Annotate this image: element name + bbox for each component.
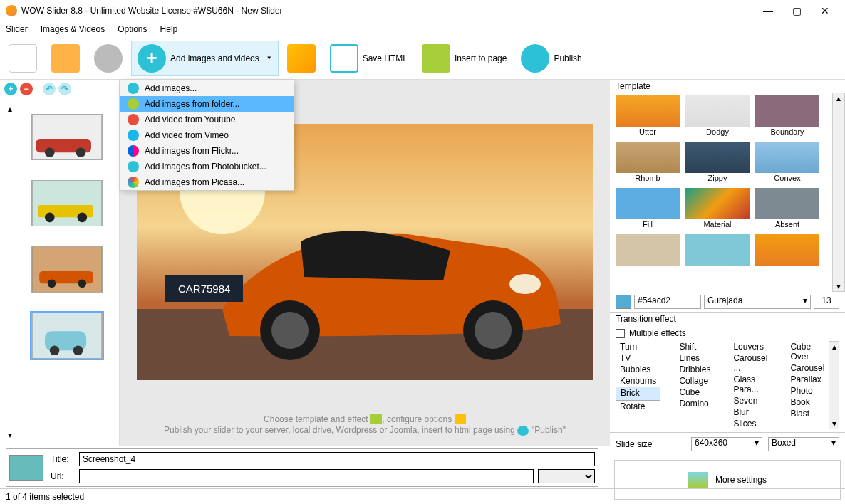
menu-item[interactable]: Add video from Youtube <box>120 112 294 127</box>
effect-item[interactable]: Brick <box>616 387 660 401</box>
font-select[interactable]: Gurajada ▾ <box>704 295 811 309</box>
sidebar-left: + − ↶ ↷ ▴▾ <box>0 80 120 446</box>
scroll-down-icon[interactable]: ▾ <box>8 430 12 440</box>
menu-item[interactable]: Add images from Flickr... <box>120 143 294 159</box>
list-item[interactable] <box>31 246 103 293</box>
effect-item[interactable]: Carousel <box>786 362 829 374</box>
maximize-button[interactable]: ▢ <box>782 5 811 16</box>
effects-grid: TurnTVBubblesKenburnsBrickRotate ShiftLi… <box>616 341 829 429</box>
template-scrollbar[interactable]: ▴▾ <box>832 93 845 292</box>
effect-item[interactable]: Turn <box>616 341 660 352</box>
menu-item[interactable]: Add video from Vimeo <box>120 127 294 143</box>
save-html-button[interactable]: Save HTML <box>324 41 413 75</box>
slide-thumb <box>9 455 43 481</box>
effect-item[interactable]: Cube <box>675 387 715 398</box>
open-button[interactable] <box>46 41 85 75</box>
template-item[interactable]: Boundary <box>755 95 819 136</box>
effect-item[interactable]: Glass Para... <box>729 374 772 395</box>
svg-point-7 <box>77 213 87 223</box>
remove-slide-icon[interactable]: − <box>20 83 33 95</box>
disk-button[interactable] <box>88 41 128 75</box>
svg-point-2 <box>44 148 54 158</box>
menu-options[interactable]: Options <box>118 24 147 34</box>
effect-item[interactable]: Photo <box>786 385 829 397</box>
preview-area: Add images... Add images from folder... … <box>120 80 610 446</box>
add-slide-icon[interactable]: + <box>4 83 17 95</box>
publish-button[interactable]: Publish <box>515 41 587 75</box>
menu-item[interactable]: Add images from Picasa... <box>120 174 294 190</box>
fontsize-input[interactable]: 13 <box>814 295 839 309</box>
new-button[interactable] <box>3 41 43 75</box>
close-button[interactable]: ✕ <box>811 5 839 16</box>
template-item[interactable]: Material <box>685 188 750 229</box>
effect-item[interactable]: Blur <box>729 406 772 418</box>
template-item[interactable] <box>616 234 680 266</box>
effect-item[interactable]: Cube Over <box>786 341 829 362</box>
svg-point-11 <box>78 280 86 288</box>
menu-slider[interactable]: Slider <box>6 24 28 34</box>
template-item[interactable] <box>755 234 819 266</box>
template-item[interactable]: Fill <box>616 188 680 229</box>
effect-item[interactable]: Lines <box>675 352 715 364</box>
effect-item[interactable]: TV <box>616 352 660 364</box>
title-input[interactable] <box>79 452 595 466</box>
color-swatch[interactable] <box>616 295 631 309</box>
template-item[interactable]: Rhomb <box>616 142 680 182</box>
chevron-down-icon: ▼ <box>266 55 272 61</box>
folder-icon <box>128 98 139 110</box>
effect-item[interactable]: Slices <box>729 418 772 429</box>
menu-help[interactable]: Help <box>160 24 178 34</box>
effect-item[interactable]: Shift <box>675 341 715 352</box>
multiple-effects-checkbox[interactable]: Multiple effects <box>616 328 839 338</box>
menu-images[interactable]: Images & Videos <box>41 24 105 34</box>
rotate-left-icon[interactable]: ↶ <box>43 83 56 95</box>
svg-point-15 <box>73 346 83 356</box>
titlebar: WOW Slider 8.8 - Unlimited Website Licen… <box>0 0 845 21</box>
template-item[interactable] <box>685 234 750 266</box>
add-images-button[interactable]: + Add images and videos ▼ <box>131 41 279 76</box>
template-item[interactable]: Zippy <box>685 142 750 182</box>
effects-scrollbar[interactable]: ▴▾ <box>829 341 839 429</box>
url-input[interactable] <box>79 469 534 483</box>
effect-item[interactable]: Louvers <box>729 341 772 352</box>
tools-button[interactable] <box>281 41 321 75</box>
menu-item[interactable]: Add images from Photobucket... <box>120 159 294 174</box>
effect-item[interactable]: Collage <box>675 375 715 387</box>
scroll-up-icon[interactable]: ▴ <box>8 104 12 114</box>
menubar: Slider Images & Videos Options Help <box>0 21 845 37</box>
effect-item[interactable]: Bubbles <box>616 364 660 375</box>
app-logo-icon <box>6 5 17 16</box>
right-panel: Template Utter Dodgy Boundary Rhomb Zipp… <box>610 80 845 446</box>
wrench-icon <box>455 414 466 424</box>
template-item[interactable]: Utter <box>616 95 680 136</box>
flickr-icon <box>128 145 139 157</box>
insert-icon <box>422 44 450 73</box>
effect-item[interactable]: Rotate <box>616 401 660 412</box>
effect-item[interactable]: Parallax <box>786 374 829 385</box>
effect-item[interactable]: Blast <box>786 408 829 419</box>
add-images-label: Add images and videos <box>170 53 259 63</box>
effect-item[interactable]: Seven <box>729 395 772 406</box>
svg-point-23 <box>509 274 541 294</box>
effect-item[interactable]: Kenburns <box>616 375 660 387</box>
effect-item[interactable]: Domino <box>675 398 715 409</box>
color-input[interactable]: #54acd2 <box>634 295 701 309</box>
list-item[interactable] <box>31 313 103 359</box>
menu-item[interactable]: Add images... <box>120 80 294 96</box>
minimize-button[interactable]: — <box>754 5 782 16</box>
list-item[interactable] <box>31 114 103 160</box>
list-item[interactable] <box>31 180 103 226</box>
menu-item[interactable]: Add images from folder... <box>120 96 294 112</box>
picasa-icon <box>128 177 139 188</box>
html-icon <box>330 44 358 73</box>
template-item[interactable]: Convex <box>755 142 819 182</box>
url-target-select[interactable] <box>538 469 595 483</box>
effect-item[interactable]: Dribbles <box>675 364 715 375</box>
rotate-right-icon[interactable]: ↷ <box>58 83 71 95</box>
effect-item[interactable]: Book <box>786 397 829 408</box>
toolbar: + Add images and videos ▼ Save HTML Inse… <box>0 37 845 80</box>
insert-button[interactable]: Insert to page <box>416 41 512 75</box>
template-item[interactable]: Dodgy <box>685 95 750 136</box>
effect-item[interactable]: Carousel ... <box>729 352 772 374</box>
template-item[interactable]: Absent <box>755 188 819 229</box>
